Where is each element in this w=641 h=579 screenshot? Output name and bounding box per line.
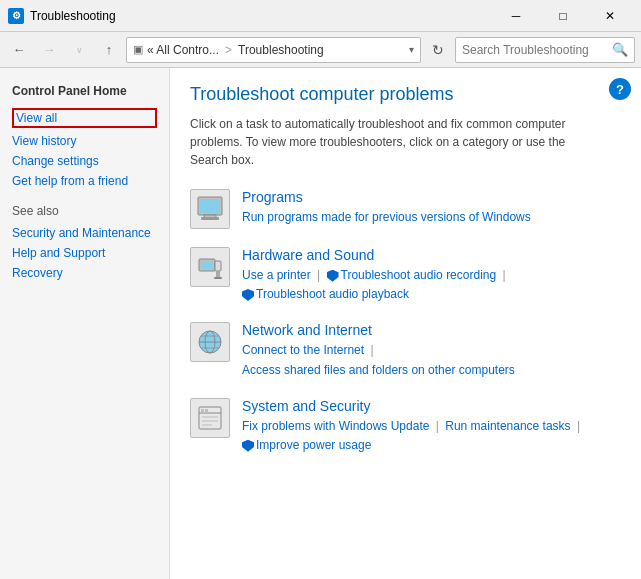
help-button[interactable]: ?	[609, 78, 631, 100]
page-description: Click on a task to automatically trouble…	[190, 115, 590, 169]
sidebar: Control Panel Home View all View history…	[0, 68, 170, 579]
svg-rect-5	[201, 261, 213, 269]
svg-rect-7	[216, 271, 220, 277]
address-separator: >	[225, 43, 232, 57]
sidebar-link-view-history[interactable]: View history	[12, 134, 157, 148]
system-links: Fix problems with Windows Update | Run m…	[242, 417, 583, 455]
system-icon	[190, 398, 230, 438]
sidebar-link-help-support[interactable]: Help and Support	[12, 246, 157, 260]
network-link-shared[interactable]: Access shared files and folders on other…	[242, 363, 515, 377]
address-bar: ← → ∨ ↑ ▣ « All Contro... > Troubleshoot…	[0, 32, 641, 68]
svg-rect-17	[205, 409, 208, 412]
system-name[interactable]: System and Security	[242, 398, 583, 414]
shield-icon-1	[327, 270, 339, 282]
system-link-maintenance[interactable]: Run maintenance tasks	[445, 419, 570, 433]
sidebar-title: Control Panel Home	[12, 84, 157, 98]
hardware-name[interactable]: Hardware and Sound	[242, 247, 509, 263]
programs-icon	[190, 189, 230, 229]
see-also-label: See also	[12, 204, 157, 218]
hardware-link-printer[interactable]: Use a printer	[242, 268, 311, 282]
title-bar: ⚙ Troubleshooting ─ □ ✕	[0, 0, 641, 32]
content-area: ? Troubleshoot computer problems Click o…	[170, 68, 641, 579]
hardware-info: Hardware and Sound Use a printer | Troub…	[242, 247, 509, 304]
category-programs: Programs Run programs made for previous …	[190, 189, 621, 229]
address-path: « All Contro...	[147, 43, 219, 57]
address-box[interactable]: ▣ « All Contro... > Troubleshooting ▾	[126, 37, 421, 63]
window-icon: ⚙	[8, 8, 24, 24]
back-button[interactable]: ←	[6, 37, 32, 63]
network-info: Network and Internet Connect to the Inte…	[242, 322, 515, 379]
category-hardware: Hardware and Sound Use a printer | Troub…	[190, 247, 621, 304]
main-layout: Control Panel Home View all View history…	[0, 68, 641, 579]
system-info: System and Security Fix problems with Wi…	[242, 398, 583, 455]
programs-name[interactable]: Programs	[242, 189, 531, 205]
programs-link-1[interactable]: Run programs made for previous versions …	[242, 210, 531, 224]
search-icon: 🔍	[612, 42, 628, 57]
network-icon	[190, 322, 230, 362]
address-current: Troubleshooting	[238, 43, 324, 57]
shield-icon-3	[242, 440, 254, 452]
window-title: Troubleshooting	[30, 9, 493, 23]
programs-links: Run programs made for previous versions …	[242, 208, 531, 227]
shield-icon-2	[242, 289, 254, 301]
network-link-connect[interactable]: Connect to the Internet	[242, 343, 364, 357]
programs-info: Programs Run programs made for previous …	[242, 189, 531, 227]
sidebar-link-get-help[interactable]: Get help from a friend	[12, 174, 157, 188]
address-dropdown-arrow[interactable]: ▾	[409, 44, 414, 55]
page-title: Troubleshoot computer problems	[190, 84, 621, 105]
network-links: Connect to the Internet | Access shared …	[242, 341, 515, 379]
category-network: Network and Internet Connect to the Inte…	[190, 322, 621, 379]
system-link-power[interactable]: Improve power usage	[256, 438, 371, 452]
svg-rect-3	[201, 217, 219, 220]
address-icon: ▣	[133, 43, 143, 56]
dropdown-button[interactable]: ∨	[66, 37, 92, 63]
refresh-button[interactable]: ↻	[425, 37, 451, 63]
search-box[interactable]: 🔍	[455, 37, 635, 63]
sidebar-link-change-settings[interactable]: Change settings	[12, 154, 157, 168]
sidebar-link-view-all[interactable]: View all	[12, 108, 157, 128]
sidebar-link-security[interactable]: Security and Maintenance	[12, 226, 157, 240]
maximize-button[interactable]: □	[540, 0, 586, 32]
svg-rect-6	[215, 261, 221, 271]
svg-rect-8	[214, 277, 222, 279]
system-link-update[interactable]: Fix problems with Windows Update	[242, 419, 429, 433]
window-controls: ─ □ ✕	[493, 0, 633, 32]
network-name[interactable]: Network and Internet	[242, 322, 515, 338]
close-button[interactable]: ✕	[587, 0, 633, 32]
search-input[interactable]	[462, 43, 612, 57]
sidebar-link-recovery[interactable]: Recovery	[12, 266, 157, 280]
forward-button[interactable]: →	[36, 37, 62, 63]
svg-rect-1	[200, 199, 220, 213]
svg-rect-16	[201, 409, 204, 412]
hardware-link-audio-play[interactable]: Troubleshoot audio playback	[256, 287, 409, 301]
up-button[interactable]: ↑	[96, 37, 122, 63]
minimize-button[interactable]: ─	[493, 0, 539, 32]
category-system: System and Security Fix problems with Wi…	[190, 398, 621, 455]
hardware-links: Use a printer | Troubleshoot audio recor…	[242, 266, 509, 304]
hardware-icon	[190, 247, 230, 287]
hardware-link-audio-rec[interactable]: Troubleshoot audio recording	[341, 268, 497, 282]
